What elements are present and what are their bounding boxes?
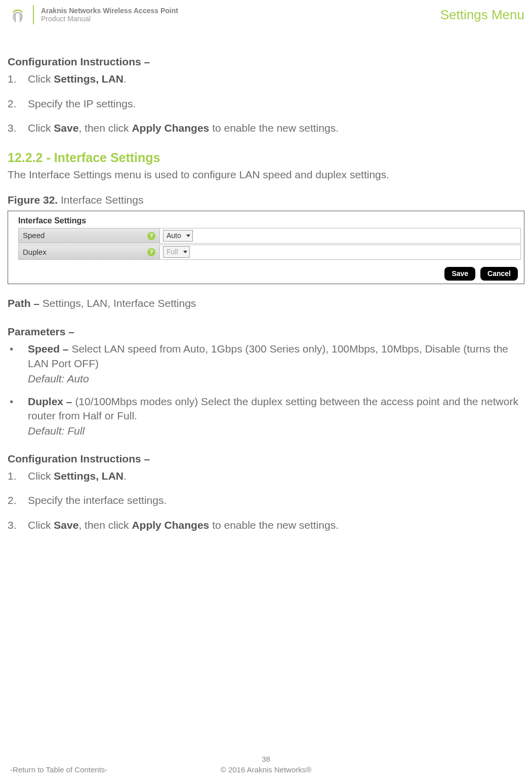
brand-logo-icon bbox=[8, 6, 28, 24]
section-name: Settings Menu bbox=[440, 7, 524, 23]
header-divider bbox=[33, 5, 34, 24]
path-line: Path – Settings, LAN, Interface Settings bbox=[8, 296, 524, 310]
page-header: Araknis Networks Wireless Access Point P… bbox=[8, 5, 524, 24]
interface-settings-screenshot: Interface Settings Speed ? Auto Duplex ? bbox=[8, 211, 524, 284]
list-item: Speed – Select LAN speed from Auto, 1Gbp… bbox=[8, 342, 524, 386]
svg-rect-1 bbox=[15, 15, 20, 22]
duplex-select[interactable]: Full bbox=[163, 246, 190, 258]
page-number: 38 bbox=[0, 755, 532, 763]
save-button[interactable]: Save bbox=[444, 267, 475, 281]
duplex-row: Duplex ? Full bbox=[18, 245, 521, 260]
config-steps-1: Click Settings, LAN. Specify the IP sett… bbox=[8, 72, 524, 135]
section-heading: 12.2.2 - Interface Settings bbox=[8, 149, 524, 167]
list-item: Specify the interface settings. bbox=[8, 493, 524, 507]
list-item: Click Settings, LAN. bbox=[8, 469, 524, 483]
parameters-heading: Parameters – bbox=[8, 325, 524, 339]
list-item: Specify the IP settings. bbox=[8, 97, 524, 111]
return-to-toc-link[interactable]: -Return to Table of Contents- bbox=[10, 765, 107, 774]
config-instructions-heading-1: Configuration Instructions – bbox=[8, 55, 524, 69]
speed-row: Speed ? Auto bbox=[18, 228, 521, 243]
list-item: Click Save, then click Apply Changes to … bbox=[8, 121, 524, 135]
speed-select[interactable]: Auto bbox=[163, 230, 193, 242]
list-item: Click Settings, LAN. bbox=[8, 72, 524, 86]
chevron-down-icon bbox=[183, 251, 187, 253]
help-icon[interactable]: ? bbox=[147, 232, 155, 240]
config-instructions-heading-2: Configuration Instructions – bbox=[8, 452, 524, 466]
header-title: Araknis Networks Wireless Access Point bbox=[41, 7, 178, 15]
cancel-button[interactable]: Cancel bbox=[480, 267, 518, 281]
copyright: © 2016 Araknis Networks® bbox=[221, 765, 312, 774]
figure-label: Figure 32. Interface Settings bbox=[8, 193, 524, 207]
list-item: Duplex – (10/100Mbps modes only) Select … bbox=[8, 395, 524, 439]
list-item: Click Save, then click Apply Changes to … bbox=[8, 518, 524, 532]
panel-title: Interface Settings bbox=[18, 215, 521, 226]
chevron-down-icon bbox=[186, 234, 190, 237]
parameters-list: Speed – Select LAN speed from Auto, 1Gbp… bbox=[8, 342, 524, 438]
config-steps-2: Click Settings, LAN. Specify the interfa… bbox=[8, 469, 524, 532]
section-intro: The Interface Settings menu is used to c… bbox=[8, 168, 524, 182]
page-footer: 38 © 2016 Araknis Networks® -Return to T… bbox=[0, 755, 532, 774]
speed-label: Speed ? bbox=[18, 228, 160, 243]
duplex-label: Duplex ? bbox=[18, 245, 160, 260]
header-subtitle: Product Manual bbox=[41, 15, 178, 23]
help-icon[interactable]: ? bbox=[147, 248, 155, 256]
